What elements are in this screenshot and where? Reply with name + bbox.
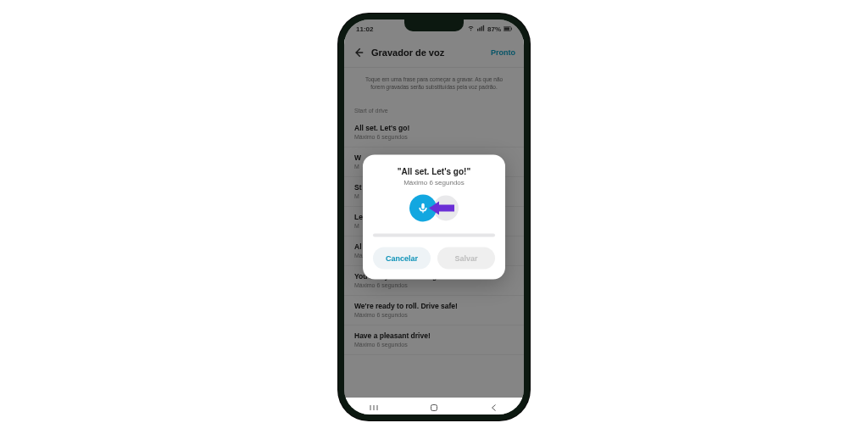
notch	[404, 19, 464, 31]
phone-frame: 11:02 87% Grava	[338, 14, 530, 420]
svg-rect-7	[431, 405, 437, 411]
svg-rect-3	[483, 25, 484, 31]
svg-rect-0	[477, 29, 478, 31]
microphone-icon	[417, 203, 429, 214]
wifi-icon	[467, 25, 475, 33]
signal-icon	[477, 25, 485, 33]
pointer-arrow-icon	[429, 200, 454, 217]
home-icon[interactable]	[429, 401, 439, 411]
dialog-phrase: "All set. Let's go!"	[373, 167, 495, 176]
save-button[interactable]: Salvar	[437, 248, 495, 270]
dialog-subtitle: Máximo 6 segundos	[373, 179, 495, 186]
recents-icon[interactable]	[369, 401, 379, 411]
back-nav-icon[interactable]	[489, 401, 499, 411]
android-navbar	[344, 398, 524, 415]
svg-rect-1	[479, 28, 480, 31]
cancel-button[interactable]: Cancelar	[373, 248, 431, 270]
record-dialog: "All set. Let's go!" Máximo 6 segundos C…	[363, 155, 505, 280]
screen: 11:02 87% Grava	[344, 19, 524, 415]
svg-rect-5	[504, 27, 509, 30]
battery-text: 87%	[487, 25, 501, 33]
battery-icon	[504, 25, 512, 33]
svg-rect-2	[481, 26, 481, 31]
svg-rect-6	[511, 27, 512, 30]
progress-bar	[373, 234, 495, 237]
status-time: 11:02	[356, 25, 373, 33]
